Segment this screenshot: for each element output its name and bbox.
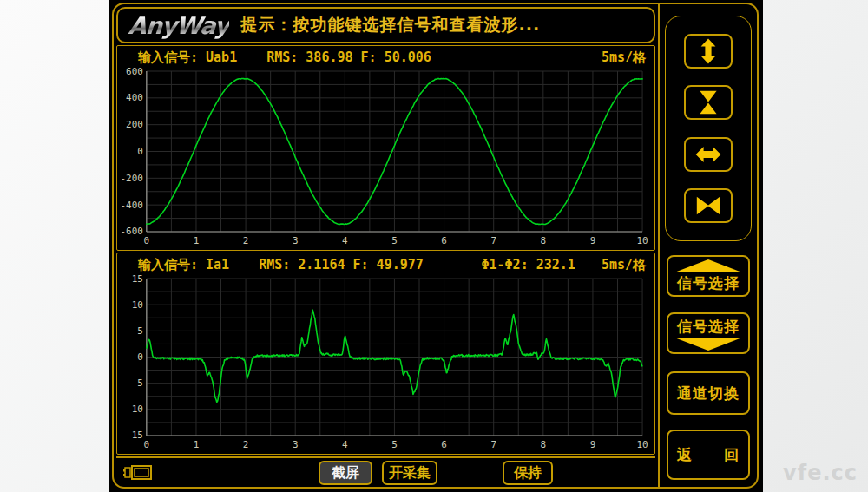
svg-text:10: 10 xyxy=(636,235,648,246)
title-hint: 提示：按功能键选择信号和查看波形... xyxy=(241,14,541,36)
voltage-signal-name: 输入信号: Uab1 xyxy=(138,49,237,66)
channel-switch-label: 通道切换 xyxy=(677,384,740,403)
bottom-bar: 截屏 开采集 保持 xyxy=(116,456,655,486)
battery-icon xyxy=(123,464,153,482)
waveform-zoom-group xyxy=(665,16,752,241)
start-capture-button[interactable]: 开采集 xyxy=(382,461,437,485)
triangle-up-icon xyxy=(674,259,742,272)
svg-text:5: 5 xyxy=(391,439,398,450)
compress-vertical-button[interactable] xyxy=(684,85,733,120)
compress-horizontal-button[interactable] xyxy=(684,188,733,223)
voltage-timebase: 5ms/格 xyxy=(602,49,646,66)
signal-select-up-label: 信号选择 xyxy=(677,273,740,293)
signal-select-down-label: 信号选择 xyxy=(677,317,740,337)
svg-text:-600: -600 xyxy=(120,226,142,237)
svg-text:2: 2 xyxy=(243,439,249,450)
svg-text:-400: -400 xyxy=(120,200,142,211)
svg-text:1: 1 xyxy=(194,439,200,450)
voltage-measurements: RMS: 386.98 F: 50.006 xyxy=(266,49,431,65)
instrument-screen: AnyWay 提示：按功能键选择信号和查看波形... 输入信号: Uab1 RM… xyxy=(108,0,763,492)
svg-text:0: 0 xyxy=(144,235,150,246)
svg-text:10: 10 xyxy=(636,439,648,450)
expand-vertical-button[interactable] xyxy=(684,34,733,69)
signal-select-down-button[interactable]: 信号选择 xyxy=(667,312,750,354)
svg-text:-5: -5 xyxy=(132,377,143,389)
svg-text:6: 6 xyxy=(441,439,447,450)
phase-difference: Φ1-Φ2: 232.1 xyxy=(482,257,575,272)
svg-text:0: 0 xyxy=(137,146,143,157)
current-timebase: 5ms/格 xyxy=(602,257,646,273)
svg-text:4: 4 xyxy=(342,439,348,450)
current-channel-info: 输入信号: Ia1 RMS: 2.1164 F: 49.977 Φ1-Φ2: 2… xyxy=(117,253,654,274)
svg-text:3: 3 xyxy=(293,235,299,246)
signal-select-up-button[interactable]: 信号选择 xyxy=(667,255,750,297)
svg-text:400: 400 xyxy=(126,92,143,103)
back-label: 返 回 xyxy=(677,445,740,465)
expand-vertical-icon xyxy=(692,38,725,64)
channel-switch-button[interactable]: 通道切换 xyxy=(667,371,750,415)
svg-text:-200: -200 xyxy=(120,173,142,184)
svg-text:-10: -10 xyxy=(126,403,143,415)
svg-text:7: 7 xyxy=(490,235,496,246)
hold-button[interactable]: 保持 xyxy=(503,461,553,485)
function-key-panel: 信号选择 信号选择 通道切换 返 回 xyxy=(658,4,757,487)
screenshot-button[interactable]: 截屏 xyxy=(319,461,372,485)
expand-horizontal-button[interactable] xyxy=(684,137,733,172)
svg-text:0: 0 xyxy=(144,439,150,450)
svg-text:5: 5 xyxy=(391,235,398,246)
current-signal-name: 输入信号: Ia1 xyxy=(138,257,229,273)
svg-text:7: 7 xyxy=(490,439,496,450)
svg-text:15: 15 xyxy=(132,274,143,285)
voltage-channel-info: 输入信号: Uab1 RMS: 386.98 F: 50.006 5ms/格 xyxy=(117,46,654,67)
current-waveform-chart: 151050-5-10-15012345678910 xyxy=(117,274,654,454)
anyway-logo: AnyWay xyxy=(128,12,230,39)
svg-text:600: 600 xyxy=(126,67,143,77)
compress-horizontal-icon xyxy=(692,193,725,219)
svg-text:8: 8 xyxy=(541,439,547,450)
svg-text:200: 200 xyxy=(126,119,143,130)
main-column: AnyWay 提示：按功能键选择信号和查看波形... 输入信号: Uab1 RM… xyxy=(114,4,658,487)
svg-text:4: 4 xyxy=(342,235,348,246)
svg-text:10: 10 xyxy=(132,299,143,311)
svg-text:5: 5 xyxy=(137,325,143,337)
svg-text:8: 8 xyxy=(541,235,547,246)
current-channel-panel: 输入信号: Ia1 RMS: 2.1164 F: 49.977 Φ1-Φ2: 2… xyxy=(116,253,655,455)
svg-text:-15: -15 xyxy=(126,430,143,441)
current-measurements: RMS: 2.1164 F: 49.977 xyxy=(259,257,424,272)
svg-text:9: 9 xyxy=(590,235,596,246)
svg-text:2: 2 xyxy=(243,235,249,246)
watermark: vfe.cc xyxy=(783,461,858,485)
svg-text:6: 6 xyxy=(441,235,447,246)
compress-vertical-icon xyxy=(692,89,725,115)
title-bar: AnyWay 提示：按功能键选择信号和查看波形... xyxy=(116,7,655,43)
back-button[interactable]: 返 回 xyxy=(667,430,750,480)
svg-text:0: 0 xyxy=(137,351,143,363)
expand-horizontal-icon xyxy=(692,141,725,167)
svg-text:1: 1 xyxy=(194,235,200,246)
triangle-down-icon xyxy=(674,338,742,351)
svg-text:9: 9 xyxy=(590,439,596,450)
voltage-channel-panel: 输入信号: Uab1 RMS: 386.98 F: 50.006 5ms/格 6… xyxy=(116,45,655,251)
voltage-waveform-chart: 6004002000-200-400-600012345678910 xyxy=(117,67,654,250)
screen-frame: AnyWay 提示：按功能键选择信号和查看波形... 输入信号: Uab1 RM… xyxy=(112,3,759,489)
svg-text:3: 3 xyxy=(293,439,299,450)
